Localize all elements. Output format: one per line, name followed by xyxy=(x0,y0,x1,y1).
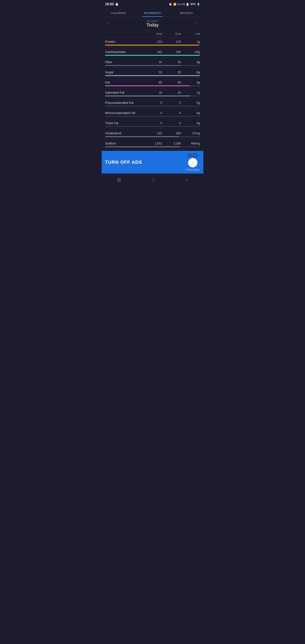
nutrient-total: 174 xyxy=(143,40,162,44)
nutrient-name: Fiber xyxy=(105,60,143,64)
menu-button[interactable]: ||| xyxy=(117,177,121,182)
tab-bar: CALORIES NUTRIENTS MACROS xyxy=(102,8,203,17)
nutrient-name: Monounsaturated Fat xyxy=(105,111,143,114)
prev-day-button[interactable]: ‹ xyxy=(105,20,112,27)
day-title: Today xyxy=(146,22,159,28)
status-icons: ⏰ 📶 Vo LTE ▐▌ 97% 🔋 xyxy=(169,3,200,6)
col-header-total: Total xyxy=(143,32,162,36)
nutrient-name: Saturated Fat xyxy=(105,91,143,94)
nutrient-left: -5g xyxy=(181,101,200,104)
nutrient-row: Cholesterol 233 300 67mg xyxy=(102,129,203,139)
progress-fill xyxy=(105,75,200,76)
alarm-icon: ⏰ xyxy=(115,2,118,6)
progress-track xyxy=(105,146,200,147)
nutrient-total: 243 xyxy=(143,50,162,54)
col-header-left: Left xyxy=(181,32,200,36)
bottom-navigation: ||| □ ‹ xyxy=(102,174,203,185)
progress-track xyxy=(105,85,200,86)
progress-fill xyxy=(105,65,181,66)
nutrient-name: Cholesterol xyxy=(105,131,143,135)
nutrient-name: Fat xyxy=(105,80,143,84)
nutrient-goal: 300 xyxy=(162,132,181,135)
nutrient-name: Polyunsaturated Fat xyxy=(105,101,143,104)
nutrient-left: 6g xyxy=(181,60,200,64)
nutrient-row: Protein 174 175 1g xyxy=(102,37,203,48)
day-view-label[interactable]: Day View ▾ xyxy=(146,20,159,22)
nutrient-row: Trans Fat 0 0 0g xyxy=(102,119,203,129)
nutrient-row: Carbohydrates 243 200 -43g xyxy=(102,48,203,58)
nutrient-goal: 30 xyxy=(162,60,181,64)
nutrient-goal: 56 xyxy=(162,81,181,84)
dropdown-icon: ▾ xyxy=(157,20,158,22)
day-center: Day View ▾ Today xyxy=(146,20,159,28)
progress-track xyxy=(105,126,200,127)
nutrient-goal: 25 xyxy=(162,70,181,74)
nutrient-goal: 200 xyxy=(162,50,181,54)
status-bar: 10:03 ⏰ ⏰ 📶 Vo LTE ▐▌ 97% 🔋 xyxy=(102,0,203,8)
day-navigation: ‹ Day View ▾ Today › xyxy=(102,17,203,30)
next-day-button[interactable]: › xyxy=(194,20,200,27)
home-button[interactable]: □ xyxy=(152,177,154,182)
battery-icon: 🔋 xyxy=(197,3,200,6)
ad-right: ℹ ✕ › TOTAL Adblock xyxy=(185,153,200,171)
progress-fill xyxy=(105,45,199,46)
ad-btn-arrow: › xyxy=(192,160,194,165)
progress-fill xyxy=(105,136,179,137)
column-headers: Total Goal Left xyxy=(102,30,203,37)
ad-close-button[interactable]: ✕ xyxy=(193,153,197,157)
progress-track xyxy=(105,116,200,117)
progress-track xyxy=(105,65,200,66)
nutrient-goal: 175 xyxy=(162,40,181,44)
nutrient-name: Trans Fat xyxy=(105,121,143,125)
nutrient-total: 233 xyxy=(143,132,162,135)
nutrient-goal: 0 xyxy=(162,101,181,104)
nutrient-row: Fiber 24 30 6g xyxy=(102,58,203,68)
nutrient-total: 4 xyxy=(143,111,162,114)
nutrient-row: Sugar 33 25 -8g xyxy=(102,68,203,78)
progress-fill xyxy=(105,55,200,56)
ad-text: TURN OFF ADS xyxy=(105,160,142,165)
tab-calories[interactable]: CALORIES xyxy=(102,8,136,17)
nutrient-row: Monounsaturated Fat 4 0 -4g xyxy=(102,108,203,119)
progress-fill xyxy=(105,85,190,86)
back-button[interactable]: ‹ xyxy=(186,176,188,183)
nutrient-left: -8g xyxy=(181,70,200,74)
nutrient-goal: 0 xyxy=(162,122,181,125)
ad-info-icon[interactable]: ℹ xyxy=(188,153,192,157)
nutrient-name: Protein xyxy=(105,40,143,44)
progress-track xyxy=(105,106,200,106)
nutrient-total: 5 xyxy=(143,101,162,104)
nutrient-left: 0g xyxy=(181,122,200,125)
wifi-icon: 📶 xyxy=(173,3,176,6)
nutrient-left: 490mg xyxy=(181,142,200,145)
nutrient-left: 67mg xyxy=(181,132,200,135)
progress-track xyxy=(105,136,200,137)
tab-nutrients[interactable]: NUTRIENTS xyxy=(136,8,170,17)
signal-icon: Vo LTE ▐▌ xyxy=(178,3,189,6)
nutrient-total: 18 xyxy=(143,91,162,94)
nutrient-list: Protein 174 175 1g Carbohydrates 243 200… xyxy=(102,37,203,149)
nutrient-total: 24 xyxy=(143,60,162,64)
nutrient-left: 2g xyxy=(181,91,200,94)
nutrient-name: Sugar xyxy=(105,70,143,74)
status-time: 10:03 xyxy=(105,2,114,6)
ad-action-button[interactable]: › xyxy=(188,158,198,167)
nutrient-total: 1,810 xyxy=(143,142,162,145)
nutrient-goal: 2,300 xyxy=(162,142,181,145)
progress-fill xyxy=(105,146,180,147)
progress-track xyxy=(105,45,200,46)
progress-track xyxy=(105,75,200,76)
progress-track xyxy=(105,55,200,56)
ad-banner-wrapper: TURN OFF ADS ℹ ✕ › TOTAL Adblock xyxy=(102,151,203,174)
ad-banner[interactable]: TURN OFF ADS ℹ ✕ › TOTAL Adblock xyxy=(102,151,203,174)
progress-fill xyxy=(105,96,190,96)
progress-track xyxy=(105,96,200,96)
nutrient-name: Carbohydrates xyxy=(105,50,143,54)
nutrient-left: 6g xyxy=(181,81,200,84)
tab-macros[interactable]: MACROS xyxy=(170,8,203,17)
nutrient-total: 50 xyxy=(143,81,162,84)
nutrient-row: Polyunsaturated Fat 5 0 -5g xyxy=(102,98,203,108)
nutrient-row: Sodium 1,810 2,300 490mg xyxy=(102,139,203,149)
nutrient-goal: 20 xyxy=(162,91,181,94)
nutrient-left: -4g xyxy=(181,111,200,114)
